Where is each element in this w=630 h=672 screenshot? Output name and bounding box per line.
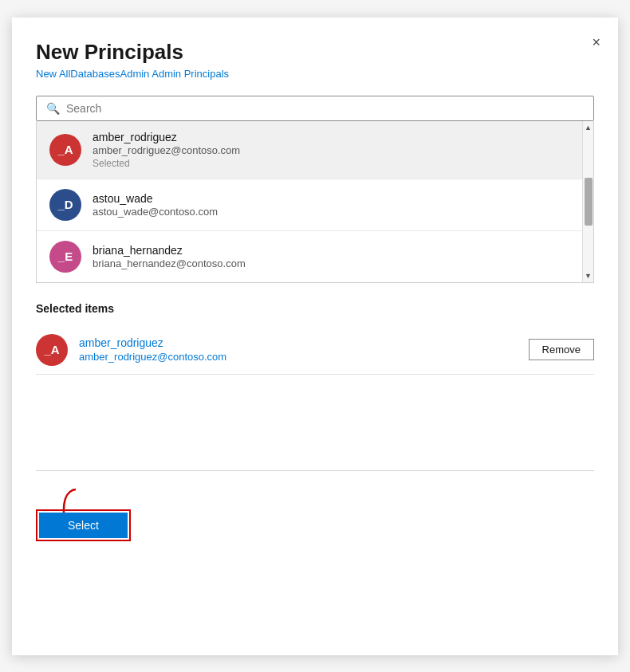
arrow-area: Select bbox=[36, 485, 140, 541]
list-item[interactable]: _A amber_rodriguez amber_rodriguez@conto… bbox=[37, 121, 582, 179]
select-button[interactable]: Select bbox=[39, 513, 128, 538]
search-icon: 🔍 bbox=[46, 102, 60, 115]
search-box: 🔍 bbox=[36, 96, 594, 121]
list-item[interactable]: _E briana_hernandez briana_hernandez@con… bbox=[37, 231, 582, 282]
avatar: _D bbox=[49, 189, 81, 221]
user-list: _A amber_rodriguez amber_rodriguez@conto… bbox=[37, 121, 593, 282]
selected-section-title: Selected items bbox=[36, 302, 594, 315]
selected-user-email: amber_rodriguez@contoso.com bbox=[79, 351, 529, 363]
avatar: _A bbox=[36, 334, 68, 366]
item-email: astou_wade@contoso.com bbox=[93, 206, 218, 218]
item-email: amber_rodriguez@contoso.com bbox=[93, 144, 240, 156]
item-name: amber_rodriguez bbox=[93, 131, 240, 143]
item-info: astou_wade astou_wade@contoso.com bbox=[93, 192, 218, 218]
select-button-wrapper: Select bbox=[36, 509, 131, 541]
item-name: astou_wade bbox=[93, 192, 218, 205]
selected-user-name: amber_rodriguez bbox=[79, 336, 529, 349]
scroll-thumb[interactable] bbox=[585, 178, 593, 226]
scroll-up-arrow[interactable]: ▲ bbox=[584, 123, 593, 132]
item-name: briana_hernandez bbox=[93, 244, 246, 257]
close-button[interactable]: × bbox=[592, 35, 600, 49]
selected-user-info: amber_rodriguez amber_rodriguez@contoso.… bbox=[79, 336, 529, 363]
footer-area: Select bbox=[36, 485, 594, 541]
select-btn-border: Select bbox=[36, 509, 131, 541]
avatar: _A bbox=[49, 134, 81, 166]
dialog-title: New Principals bbox=[36, 40, 594, 65]
user-list-container: _A amber_rodriguez amber_rodriguez@conto… bbox=[36, 121, 594, 283]
new-principals-dialog: × New Principals New AllDatabasesAdmin A… bbox=[12, 18, 618, 655]
bottom-divider bbox=[36, 470, 594, 471]
item-info: amber_rodriguez amber_rodriguez@contoso.… bbox=[93, 131, 240, 169]
list-item[interactable]: _D astou_wade astou_wade@contoso.com bbox=[37, 179, 582, 231]
selected-section: Selected items _A amber_rodriguez amber_… bbox=[36, 302, 594, 375]
item-info: briana_hernandez briana_hernandez@contos… bbox=[93, 244, 246, 269]
item-status: Selected bbox=[93, 158, 240, 169]
scrollbar[interactable]: ▲ ▼ bbox=[582, 121, 593, 282]
avatar: _E bbox=[49, 241, 81, 273]
scroll-down-arrow[interactable]: ▼ bbox=[584, 271, 593, 281]
search-input[interactable] bbox=[66, 102, 584, 115]
dialog-subtitle: New AllDatabasesAdmin Admin Principals bbox=[36, 68, 594, 80]
remove-button[interactable]: Remove bbox=[529, 339, 594, 360]
selected-user-row: _A amber_rodriguez amber_rodriguez@conto… bbox=[36, 326, 594, 375]
item-email: briana_hernandez@contoso.com bbox=[93, 257, 246, 269]
